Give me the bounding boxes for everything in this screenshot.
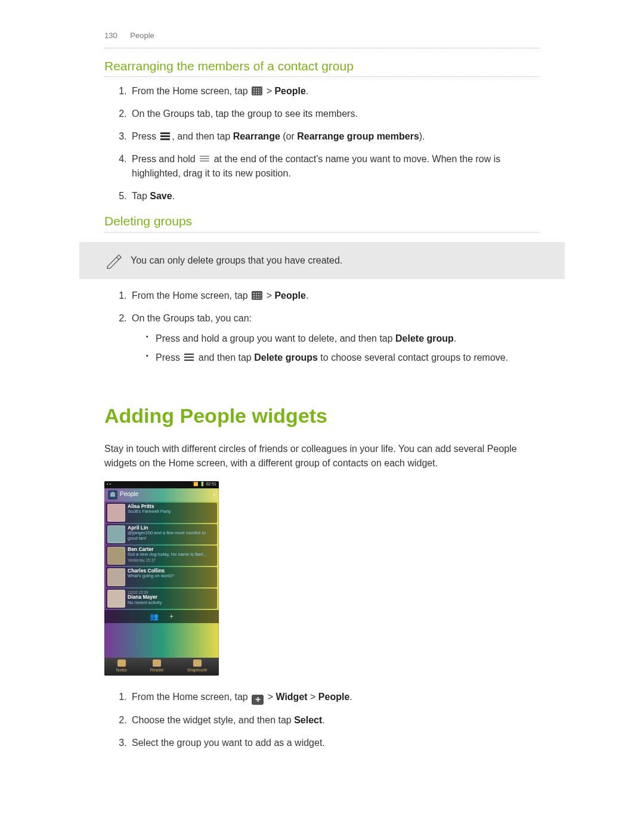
phone-dock: Notes Reader Snapbooth	[104, 658, 219, 676]
add-to-home-icon	[252, 695, 264, 705]
list-item: Ben Carter Got a new dog today, his name…	[106, 546, 217, 566]
avatar	[107, 547, 125, 565]
sub-item: Press and then tap Delete groups to choo…	[147, 351, 540, 365]
step: From the Home screen, tap > People.	[129, 84, 540, 98]
note-box: You can only delete groups that you have…	[79, 242, 565, 279]
page-number: 130	[104, 31, 117, 40]
widget-contact-list: Alisa Pritts Scott's Farewell Party Apri…	[104, 501, 219, 609]
intro-paragraph: Stay in touch with different circles of …	[104, 442, 540, 470]
menu-icon	[160, 132, 171, 141]
header-divider	[104, 48, 540, 48]
list-item: April Lin @jsinger200 and a few more mon…	[106, 524, 217, 544]
dock-item: Reader	[150, 659, 164, 674]
header-section: People	[130, 31, 154, 40]
step: From the Home screen, tap > Widget > Peo…	[129, 690, 540, 705]
chevron-right-icon: ›	[213, 490, 215, 499]
step: Select the group you want to add as a wi…	[129, 736, 540, 750]
adding-steps: From the Home screen, tap > Widget > Peo…	[104, 690, 540, 750]
avatar	[107, 525, 125, 543]
deleting-substeps: Press and hold a group you want to delet…	[132, 332, 540, 365]
list-item: Alisa Pritts Scott's Farewell Party	[106, 503, 217, 523]
step: On the Groups tab, tap the group to see …	[129, 107, 540, 121]
step: Press and hold at the end of the contact…	[129, 152, 540, 181]
apps-icon	[252, 86, 262, 95]
avatar	[107, 568, 125, 586]
list-item: Charles Collins What's going on world?	[106, 567, 217, 587]
step: Choose the widget style, and then tap Se…	[129, 713, 540, 727]
page-header: 130 People	[104, 30, 540, 42]
step: Tap Save.	[129, 189, 540, 203]
phone-screenshot: ▪ ▪ 02:51 People › Alisa Pritts Scott's …	[104, 481, 219, 676]
step: From the Home screen, tap > People.	[129, 289, 540, 303]
group-icon: 👥	[150, 611, 159, 622]
widget-title-bar: People ›	[104, 488, 219, 501]
step: On the Groups tab, you can: Press and ho…	[129, 311, 540, 365]
step: Press , and then tap Rearrange (or Rearr…	[129, 129, 540, 144]
apps-icon	[252, 291, 262, 300]
phone-status-bar: ▪ ▪ 02:51	[104, 481, 219, 488]
widget-bottom-bar: 👥 +	[104, 610, 219, 623]
heading-rearranging: Rearranging the members of a contact gro…	[104, 57, 540, 78]
dock-item: Snapbooth	[187, 659, 208, 674]
deleting-steps: From the Home screen, tap > People. On t…	[104, 289, 540, 365]
sub-item: Press and hold a group you want to delet…	[147, 332, 540, 346]
drag-handle-icon	[199, 154, 210, 163]
rearranging-steps: From the Home screen, tap > People. On t…	[104, 84, 540, 203]
note-text: You can only delete groups that you have…	[131, 253, 342, 268]
list-item: 12/10 15:39 Diana Mayer No recent activi…	[106, 589, 217, 609]
heading-adding-widgets: Adding People widgets	[104, 401, 540, 431]
pencil-icon	[104, 252, 122, 270]
avatar	[107, 590, 125, 608]
dock-item: Notes	[116, 659, 126, 674]
heading-deleting: Deleting groups	[104, 212, 540, 233]
menu-icon	[184, 353, 194, 362]
people-avatar-icon	[108, 490, 117, 500]
avatar	[107, 504, 125, 522]
plus-icon: +	[169, 611, 174, 622]
